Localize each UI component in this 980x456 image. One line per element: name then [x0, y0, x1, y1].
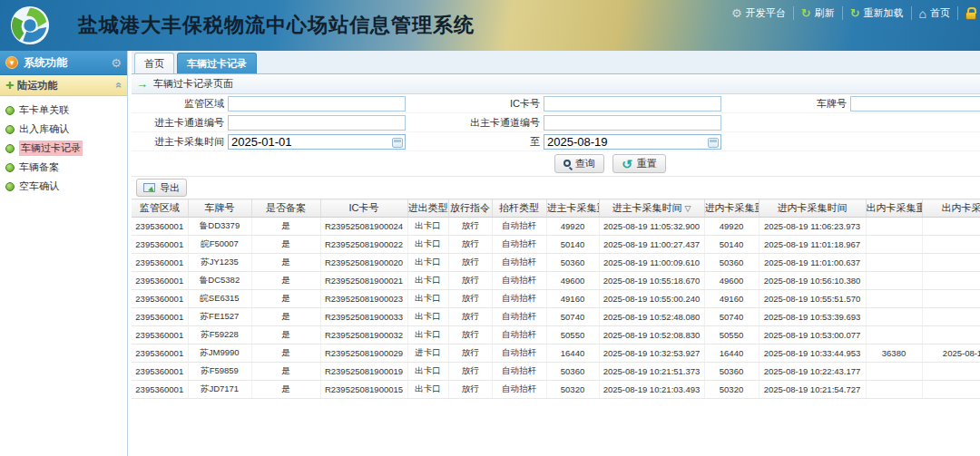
table-cell: 出卡口	[407, 272, 448, 290]
table-cell: 是	[251, 290, 320, 308]
tab-inactive[interactable]: 首页	[134, 53, 174, 73]
date-to-input[interactable]	[544, 134, 721, 150]
table-row[interactable]: 2395360001苏JM9990是R239525081900029进卡口放行自…	[132, 344, 980, 363]
column-header[interactable]: 放行指令	[448, 199, 492, 218]
column-header[interactable]: 进主卡采集重量	[546, 199, 599, 218]
table-cell: 是	[251, 254, 320, 272]
search-form: 监管区域 IC卡号 车牌号 进主卡通道编号 出主卡通道编号 进主卡采集时间 至	[132, 94, 980, 177]
ic-card-input[interactable]	[544, 96, 721, 112]
field-label: 车牌号	[721, 97, 850, 111]
column-header[interactable]: 车牌号	[188, 199, 251, 218]
table-cell: 2025-08-19 11:02	[922, 344, 980, 363]
table-cell: 自动抬杆	[492, 381, 546, 399]
table-row[interactable]: 2395360001苏JY1235是R239525081900020出卡口放行自…	[132, 254, 980, 272]
sidebar-item[interactable]: 车卡单关联	[0, 101, 127, 120]
refresh-icon	[850, 7, 860, 19]
column-header[interactable]: 出内卡采集重量	[866, 199, 922, 218]
table-row[interactable]: 2395360001苏FE1527是R239525081900033出卡口放行自…	[132, 308, 980, 326]
panel-collapse-icon[interactable]	[5, 56, 18, 69]
column-header[interactable]: 进内卡采集重量	[704, 199, 759, 218]
table-row[interactable]: 2395360001皖F50007是R239525081900022出卡口放行自…	[132, 236, 980, 254]
date-from-input[interactable]	[228, 134, 406, 150]
table-cell: 2025-08-19 10:21:03.493	[599, 381, 704, 399]
calendar-icon[interactable]	[392, 138, 403, 148]
supervision-area-input[interactable]	[228, 96, 406, 112]
header-nav: 开发平台刷新重新加载首页	[724, 6, 980, 20]
page-title: 盐城港大丰保税物流中心场站信息管理系统	[78, 12, 475, 39]
refresh-icon	[801, 7, 811, 19]
table-cell: 自动抬杆	[492, 363, 546, 381]
grid-body: 2395360001鲁DD3379是R239525081900024出卡口放行自…	[132, 218, 980, 399]
table-cell: 自动抬杆	[492, 272, 546, 290]
table-cell: 自动抬杆	[492, 254, 546, 272]
table-row[interactable]: 2395360001皖SE6315是R239525081900023出卡口放行自…	[132, 290, 980, 308]
nav-item-refresh[interactable]: 重新加载	[842, 6, 911, 20]
table-row[interactable]: 2395360001苏F59859是R239525081900019出卡口放行自…	[132, 363, 980, 381]
calendar-icon[interactable]	[708, 138, 719, 148]
application-window: 盐城港大丰保税物流中心场站信息管理系统 开发平台刷新重新加载首页 系统功能 陆运…	[0, 0, 980, 456]
sidebar-item[interactable]: 车辆过卡记录	[0, 139, 127, 158]
export-button[interactable]: 导出	[136, 179, 187, 197]
column-header[interactable]: 是否备案	[251, 199, 320, 218]
field-label: IC卡号	[406, 97, 544, 111]
table-cell: 自动抬杆	[492, 344, 546, 363]
table-cell: 50550	[704, 326, 759, 344]
exit-lane-input[interactable]	[544, 115, 721, 131]
column-header[interactable]: 进主卡采集时间▽	[599, 199, 704, 218]
sidebar-panel-title: 系统功能	[24, 55, 67, 71]
nav-item-lock[interactable]	[957, 6, 980, 20]
table-cell: 2395360001	[132, 272, 188, 290]
column-header[interactable]: IC卡号	[320, 199, 407, 218]
table-cell: 16440	[546, 344, 599, 363]
table-cell: 出卡口	[407, 236, 448, 254]
column-header[interactable]: 进出类型	[407, 199, 448, 218]
table-cell: 2025-08-19 10:52:08.830	[599, 326, 704, 344]
nav-item-label: 开发平台	[746, 6, 786, 20]
sidebar-item[interactable]: 空车确认	[0, 177, 127, 196]
nav-item-gear[interactable]: 开发平台	[724, 6, 793, 20]
table-cell: 16440	[704, 344, 759, 363]
section-collapse-icon[interactable]	[113, 82, 125, 89]
table-cell: 放行	[448, 326, 492, 344]
nav-item-home[interactable]: 首页	[911, 6, 957, 20]
table-cell: R239525081900015	[320, 381, 407, 399]
table-cell: 2395360001	[132, 308, 188, 326]
sidebar-section-header[interactable]: 陆运功能	[0, 75, 127, 96]
table-row[interactable]: 2395360001苏F59228是R239525081900032出卡口放行自…	[132, 326, 980, 344]
search-button[interactable]: 查询	[554, 154, 604, 173]
table-cell: 出卡口	[407, 308, 448, 326]
table-row[interactable]: 2395360001鲁DC5382是R239525081900021出卡口放行自…	[132, 272, 980, 290]
grid-toolbar: 导出	[132, 177, 980, 199]
plate-number-input[interactable]	[850, 96, 980, 112]
table-cell	[866, 381, 922, 399]
table-row[interactable]: 2395360001苏JD7171是R239525081900015出卡口放行自…	[132, 381, 980, 399]
table-cell: 49920	[704, 218, 759, 236]
table-cell: 出卡口	[407, 254, 448, 272]
app-logo-icon	[9, 5, 51, 46]
table-cell: 50360	[704, 363, 759, 381]
table-cell: 50320	[704, 381, 759, 399]
search-icon	[564, 160, 571, 167]
date-to-field	[544, 134, 721, 150]
column-header[interactable]: 出内卡采集时间	[922, 199, 980, 218]
table-cell: 2025-08-19 10:52:48.080	[599, 308, 704, 326]
table-cell: R239525081900029	[320, 344, 407, 363]
table-cell	[866, 308, 922, 326]
column-header[interactable]: 监管区域	[132, 199, 188, 218]
tab-active[interactable]: 车辆过卡记录	[177, 53, 257, 73]
column-header[interactable]: 抬杆类型	[492, 199, 546, 218]
reset-button-label: 重置	[637, 157, 657, 170]
table-cell: 50320	[546, 381, 599, 399]
sidebar-item[interactable]: 车辆备案	[0, 158, 127, 177]
table-row[interactable]: 2395360001鲁DD3379是R239525081900024出卡口放行自…	[132, 218, 980, 236]
entry-lane-input[interactable]	[228, 115, 406, 131]
table-cell: 2025-08-19 11:06:23.973	[759, 218, 866, 236]
table-cell: 苏F59859	[188, 363, 251, 381]
reset-button[interactable]: 重置	[612, 154, 666, 173]
nav-item-refresh[interactable]: 刷新	[793, 6, 842, 20]
table-cell	[922, 308, 980, 326]
sidebar-item[interactable]: 出入库确认	[0, 120, 127, 139]
column-header[interactable]: 进内卡采集时间	[759, 199, 866, 218]
table-cell: 进卡口	[407, 344, 448, 363]
panel-gear-icon[interactable]	[111, 56, 122, 70]
